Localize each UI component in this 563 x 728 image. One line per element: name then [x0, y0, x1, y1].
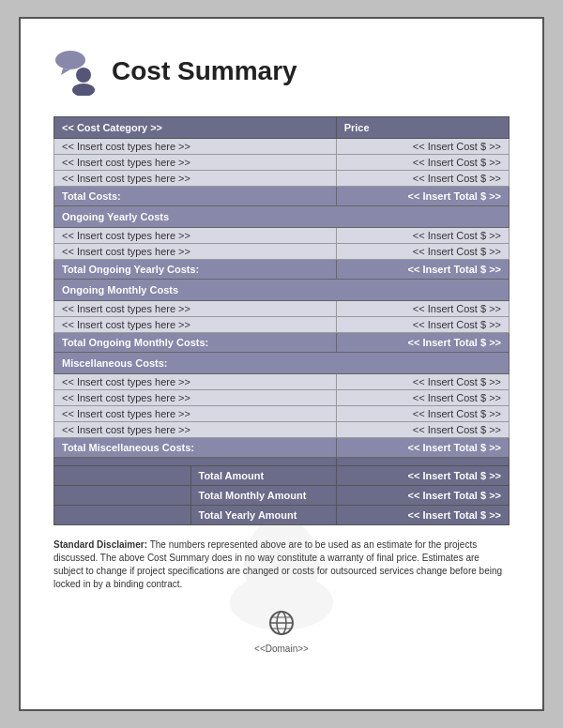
total-monthly-row: Total Ongoing Monthly Costs: << Insert T…: [54, 333, 510, 353]
cost-value-cell: << Insert Cost $ >>: [336, 171, 509, 187]
svg-point-2: [76, 68, 91, 83]
summary-row-1: Total Amount << Insert Total $ >>: [54, 466, 510, 486]
table-row: << Insert cost types here >> << Insert C…: [54, 374, 510, 390]
cost-type-cell: << Insert cost types here >>: [54, 390, 337, 406]
svg-point-0: [55, 51, 85, 69]
footer-domain-label: <<Domain>>: [254, 644, 309, 654]
cost-table: << Cost Category >> Price << Insert cost…: [53, 116, 510, 466]
col-header-category: << Cost Category >>: [54, 117, 337, 139]
total-misc-row: Total Miscellaneous Costs: << Insert Tot…: [54, 438, 510, 458]
footer-logo-icon: [268, 610, 295, 640]
table-row: << Insert cost types here >> << Insert C…: [54, 155, 510, 171]
table-row: << Insert cost types here >> << Insert C…: [54, 244, 510, 260]
svg-marker-1: [61, 68, 70, 75]
page-header: Cost Summary: [53, 47, 510, 96]
cost-type-cell: << Insert cost types here >>: [54, 139, 337, 155]
summary-spacer: [54, 486, 191, 506]
section-misc-header: Miscellaneous Costs:: [54, 353, 510, 374]
table-row: << Insert cost types here >> << Insert C…: [54, 228, 510, 244]
cost-value-cell: << Insert Cost $ >>: [336, 422, 509, 438]
section-monthly-header: Ongoing Monthly Costs: [54, 280, 510, 301]
section-misc-label: Miscellaneous Costs:: [54, 353, 510, 374]
total-yearly-label: Total Ongoing Yearly Costs:: [54, 260, 337, 280]
page-footer: <<Domain>>: [53, 610, 510, 654]
table-row: << Insert cost types here >> << Insert C…: [54, 171, 510, 187]
summary-spacer: [54, 506, 191, 525]
table-row: << Insert cost types here >> << Insert C…: [54, 406, 510, 422]
total-misc-label: Total Miscellaneous Costs:: [54, 438, 337, 458]
cost-type-cell: << Insert cost types here >>: [54, 317, 337, 333]
section-yearly-label: Ongoing Yearly Costs: [54, 206, 510, 228]
total-costs-value: << Insert Total $ >>: [336, 187, 509, 206]
summary-label-3: Total Yearly Amount: [190, 506, 336, 525]
cost-value-cell: << Insert Cost $ >>: [336, 406, 509, 422]
cost-value-cell: << Insert Cost $ >>: [336, 139, 509, 155]
summary-row-3: Total Yearly Amount << Insert Total $ >>: [54, 506, 510, 525]
cost-value-cell: << Insert Cost $ >>: [336, 244, 509, 260]
summary-value-3: << Insert Total $ >>: [336, 506, 509, 525]
section-monthly-label: Ongoing Monthly Costs: [54, 280, 510, 301]
table-row: << Insert cost types here >> << Insert C…: [54, 317, 510, 333]
summary-value-1: << Insert Total $ >>: [336, 466, 509, 486]
cost-type-cell: << Insert cost types here >>: [54, 244, 337, 260]
cost-value-cell: << Insert Cost $ >>: [336, 301, 509, 317]
summary-spacer: [54, 466, 191, 486]
total-costs-label: Total Costs:: [54, 187, 337, 206]
summary-label-2: Total Monthly Amount: [190, 486, 336, 506]
cost-value-cell: << Insert Cost $ >>: [336, 317, 509, 333]
svg-point-3: [72, 83, 95, 96]
table-row: << Insert cost types here >> << Insert C…: [54, 301, 510, 317]
section-yearly-header: Ongoing Yearly Costs: [54, 206, 510, 228]
cost-type-cell: << Insert cost types here >>: [54, 422, 337, 438]
summary-label-1: Total Amount: [190, 466, 336, 486]
total-monthly-value: << Insert Total $ >>: [336, 333, 509, 353]
cost-value-cell: << Insert Cost $ >>: [336, 155, 509, 171]
cost-type-cell: << Insert cost types here >>: [54, 155, 337, 171]
cost-type-cell: << Insert cost types here >>: [54, 171, 337, 187]
cost-value-cell: << Insert Cost $ >>: [336, 374, 509, 390]
cost-type-cell: << Insert cost types here >>: [54, 228, 337, 244]
total-misc-value: << Insert Total $ >>: [336, 438, 509, 458]
cost-value-cell: << Insert Cost $ >>: [336, 228, 509, 244]
summary-table: Total Amount << Insert Total $ >> Total …: [53, 465, 510, 525]
table-row: << Insert cost types here >> << Insert C…: [54, 139, 510, 155]
summary-row-2: Total Monthly Amount << Insert Total $ >…: [54, 486, 510, 506]
total-costs-row: Total Costs: << Insert Total $ >>: [54, 187, 510, 206]
cost-value-cell: << Insert Cost $ >>: [336, 390, 509, 406]
total-yearly-row: Total Ongoing Yearly Costs: << Insert To…: [54, 260, 510, 280]
table-column-header: << Cost Category >> Price: [54, 117, 510, 139]
page-title: Cost Summary: [112, 56, 297, 86]
table-row: << Insert cost types here >> << Insert C…: [54, 390, 510, 406]
disclaimer-bold: Standard Disclaimer:: [53, 539, 147, 550]
total-yearly-value: << Insert Total $ >>: [336, 260, 509, 280]
disclaimer: Standard Disclaimer: The numbers represe…: [53, 538, 510, 591]
cost-type-cell: << Insert cost types here >>: [54, 406, 337, 422]
page: Cost Summary << Cost Category >> Price <…: [19, 17, 544, 711]
cost-type-cell: << Insert cost types here >>: [54, 301, 337, 317]
cost-type-cell: << Insert cost types here >>: [54, 374, 337, 390]
header-icon: [53, 47, 102, 96]
table-row: << Insert cost types here >> << Insert C…: [54, 422, 510, 438]
col-header-price: Price: [336, 117, 509, 139]
summary-value-2: << Insert Total $ >>: [336, 486, 509, 506]
total-monthly-label: Total Ongoing Monthly Costs:: [54, 333, 337, 353]
